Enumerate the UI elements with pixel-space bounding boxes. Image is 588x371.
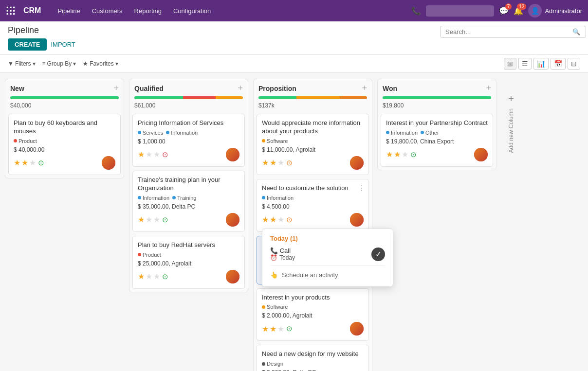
apps-menu-button[interactable] (6, 6, 16, 16)
star-3[interactable]: ★ (153, 150, 160, 159)
card-stars[interactable]: ★★★ (138, 272, 160, 281)
phone-icon[interactable]: 📞 (411, 6, 421, 16)
card-c3[interactable]: Trainee's training plan in your Organiza… (132, 171, 245, 232)
star-3[interactable]: ★ (153, 215, 160, 224)
card-c5[interactable]: Would appreciate more information about … (257, 114, 369, 175)
add-new-column-button[interactable]: + Add new Column (501, 79, 521, 153)
favorites-button[interactable]: ★ Favorites ▾ (83, 60, 118, 67)
star-1[interactable]: ★ (138, 150, 145, 159)
star-1[interactable]: ★ (138, 272, 145, 281)
star-3[interactable]: ★ (277, 158, 284, 167)
card-title: Plan to buy 60 keyboards and mouses (14, 119, 115, 136)
card-c6[interactable]: ⋮Need to customize the solutionInformati… (257, 179, 369, 232)
star-1[interactable]: ★ (386, 150, 393, 159)
card-c8[interactable]: Interest in your productsSoftware$ 2,000… (257, 288, 369, 341)
star-1[interactable]: ★ (262, 158, 269, 167)
popup-check-button[interactable]: ✓ (371, 247, 385, 261)
column-add-proposition[interactable]: + (362, 83, 367, 93)
add-column-label: Add new Column (508, 108, 514, 153)
star-3[interactable]: ★ (277, 215, 284, 224)
search-icon[interactable]: 🔍 (572, 28, 580, 35)
column-qualified: Qualified + $61,000Pricing Information o… (129, 79, 248, 292)
card-c2[interactable]: Pricing Information of ServicesServicesI… (132, 114, 245, 167)
filters-button[interactable]: ▼ Filters ▾ (8, 60, 36, 67)
group-by-button[interactable]: ≡ Group By ▾ (42, 60, 76, 67)
card-tag: Information (138, 195, 169, 201)
activity-status-icon[interactable]: ⊙ (410, 150, 417, 159)
popup-divider (270, 265, 385, 265)
star-2[interactable]: ★ (21, 158, 28, 167)
card-c9[interactable]: Need a new design for my websiteDesign$ … (257, 345, 369, 371)
list-view-button[interactable]: ☰ (518, 58, 532, 70)
column-add-won[interactable]: + (486, 83, 491, 93)
star-1[interactable]: ★ (14, 158, 20, 167)
activity-status-icon[interactable]: ⊙ (162, 150, 168, 159)
card-tag: Product (138, 252, 161, 258)
card-rating-row: ★★★⊙ (262, 215, 293, 224)
calendar-view-button[interactable]: 📅 (551, 58, 566, 70)
star-1[interactable]: ★ (262, 324, 269, 334)
activity-status-icon[interactable]: ⊙ (162, 215, 168, 224)
activity-status-icon[interactable]: ⊙ (286, 324, 293, 333)
card-stars[interactable]: ★★★ (138, 150, 160, 159)
column-add-new[interactable]: + (113, 83, 119, 93)
nav-configuration[interactable]: Configuration (168, 5, 216, 17)
user-menu[interactable]: 👤 Administrator (528, 4, 582, 18)
popup-schedule-button[interactable]: 👆 Schedule an activity (270, 269, 385, 281)
popup-activity-date: ⏰ Today (270, 254, 295, 261)
topnav-search[interactable] (426, 5, 494, 17)
import-button[interactable]: IMPORT (51, 41, 75, 48)
progress-segment (258, 96, 296, 99)
star-3[interactable]: ★ (29, 158, 36, 167)
card-tags: InformationOther (386, 130, 488, 136)
card-c4[interactable]: Plan to buy RedHat serversProduct$ 25,00… (132, 236, 245, 289)
star-2[interactable]: ★ (270, 324, 276, 334)
star-2[interactable]: ★ (146, 150, 152, 159)
column-proposition: Proposition + $137kWould appreciate more… (253, 79, 372, 371)
card-avatar (350, 213, 364, 227)
card-c1[interactable]: Plan to buy 60 keyboards and mousesProdu… (8, 114, 121, 175)
messages-icon[interactable]: 💬 7 (499, 6, 509, 16)
card-title: Interest in your Partnership Contract (386, 119, 488, 127)
avatar-image (350, 322, 364, 336)
card-stars[interactable]: ★★★ (138, 215, 160, 224)
activity-popup[interactable]: Today (1) 📞 Call ⏰ Today ✓ 👆 Schedul (262, 229, 393, 287)
activity-status-icon[interactable]: ⊙ (286, 215, 293, 224)
avatar-image (226, 270, 239, 283)
star-2[interactable]: ★ (394, 150, 401, 159)
star-2[interactable]: ★ (146, 272, 152, 281)
kanban-view-button[interactable]: ⊞ (504, 58, 516, 70)
star-1[interactable]: ★ (138, 215, 145, 224)
star-2[interactable]: ★ (270, 215, 276, 224)
search-input[interactable] (440, 26, 586, 38)
star-3[interactable]: ★ (402, 150, 408, 159)
star-3[interactable]: ★ (277, 324, 284, 334)
card-stars[interactable]: ★★★ (262, 215, 284, 224)
card-stars[interactable]: ★★★ (262, 158, 284, 167)
card-menu-button[interactable]: ⋮ (358, 183, 366, 193)
chart-view-button[interactable]: 📊 (533, 58, 549, 70)
star-3[interactable]: ★ (153, 272, 160, 281)
column-title-qualified: Qualified (134, 85, 164, 92)
notifications-icon[interactable]: 🔔 12 (514, 6, 523, 16)
activity-status-icon[interactable]: ⊙ (286, 159, 293, 167)
star-2[interactable]: ★ (270, 158, 276, 167)
nav-pipeline[interactable]: Pipeline (53, 5, 85, 17)
card-c11[interactable]: Interest in your Partnership ContractInf… (381, 114, 493, 167)
star-1[interactable]: ★ (262, 215, 269, 224)
card-stars[interactable]: ★★★ (14, 158, 36, 167)
progress-bar-proposition (258, 96, 367, 99)
avatar-image (226, 148, 239, 161)
card-stars[interactable]: ★★★ (262, 324, 284, 334)
star-2[interactable]: ★ (146, 215, 152, 224)
column-add-qualified[interactable]: + (238, 83, 243, 93)
create-button[interactable]: CREATE (8, 38, 47, 51)
nav-reporting[interactable]: Reporting (129, 5, 166, 17)
progress-segment (183, 96, 216, 99)
card-stars[interactable]: ★★★ (386, 150, 408, 159)
card-tag: Training (172, 195, 196, 201)
activity-status-icon[interactable]: ⊙ (162, 272, 168, 281)
activity-status-icon[interactable]: ⊙ (38, 159, 44, 167)
pivot-view-button[interactable]: ⊟ (568, 58, 580, 70)
nav-customers[interactable]: Customers (87, 5, 128, 17)
